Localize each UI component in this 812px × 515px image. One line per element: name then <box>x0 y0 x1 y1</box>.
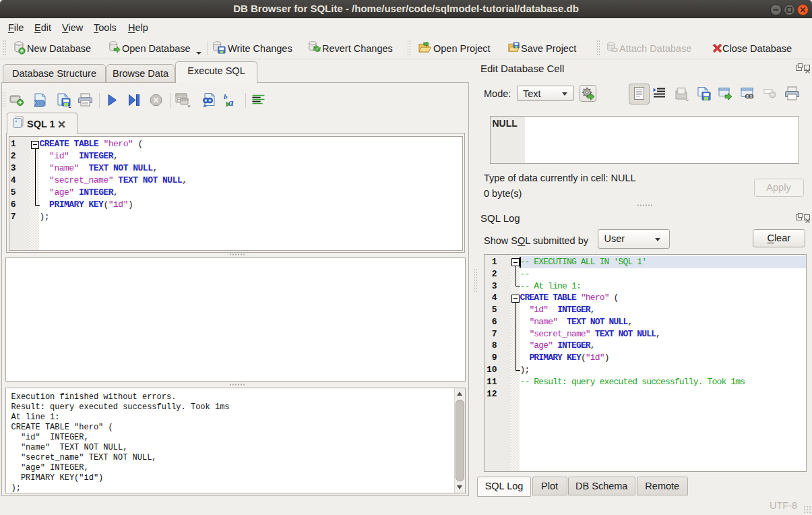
svg-text:a: a <box>228 97 234 107</box>
svg-text:b: b <box>224 93 228 100</box>
